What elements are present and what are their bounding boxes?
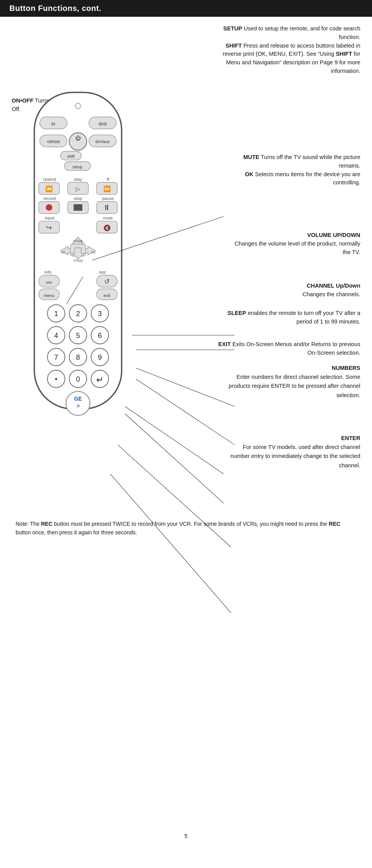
volume-label: VOLUME UP/DOWN bbox=[307, 232, 360, 238]
svg-text:5: 5 bbox=[76, 332, 80, 339]
svg-rect-31 bbox=[74, 204, 82, 211]
svg-text:pause: pause bbox=[102, 196, 114, 201]
remote-control: tv dvd ⏻ cbl/sat dvr/aux shift setup rew… bbox=[23, 87, 133, 426]
sleep-label: SLEEP bbox=[228, 310, 246, 316]
svg-text:7: 7 bbox=[54, 354, 58, 361]
svg-text:tv: tv bbox=[51, 121, 55, 127]
annotation-sleep: SLEEP enables the remote to turn off you… bbox=[212, 309, 360, 326]
annotation-exit: EXIT Exits On-Screen Menus and/or Return… bbox=[216, 340, 360, 357]
note-text1: Note: The bbox=[16, 521, 41, 527]
shift-bold2: SHIFT bbox=[336, 51, 352, 57]
annotation-numbers: NUMBERS Enter numbers for direct channel… bbox=[224, 364, 360, 400]
svg-text:dvd: dvd bbox=[99, 121, 106, 127]
svg-text:3: 3 bbox=[98, 310, 102, 318]
svg-text:info: info bbox=[46, 280, 52, 285]
note-text2: button must be pressed TWICE to record f… bbox=[53, 521, 329, 527]
svg-text:mute: mute bbox=[103, 216, 113, 220]
svg-text:⏻: ⏻ bbox=[75, 135, 81, 141]
svg-text:play: play bbox=[74, 177, 82, 182]
mute-label: MUTE bbox=[243, 154, 259, 160]
annotation-volume: VOLUME UP/DOWN Changes the volume level … bbox=[228, 231, 360, 256]
sleep-text: enables the remote to turn off your TV a… bbox=[246, 310, 360, 325]
svg-text:6: 6 bbox=[98, 332, 102, 339]
enter-label: ENTER bbox=[341, 435, 360, 441]
svg-text:⊛: ⊛ bbox=[76, 403, 80, 408]
svg-text:⏪: ⏪ bbox=[45, 185, 53, 193]
page-title: Button Functions, cont. bbox=[9, 4, 101, 12]
numbers-label: NUMBERS bbox=[332, 365, 360, 371]
svg-text:shift: shift bbox=[67, 154, 74, 159]
svg-text:8: 8 bbox=[76, 354, 80, 361]
svg-text:menu: menu bbox=[44, 293, 55, 298]
header-bar: Button Functions, cont. bbox=[0, 0, 372, 17]
svg-text:1: 1 bbox=[54, 310, 58, 318]
svg-line-88 bbox=[136, 368, 235, 406]
remote-svg: tv dvd ⏻ cbl/sat dvr/aux shift setup rew… bbox=[23, 87, 133, 425]
setup-label: SETUP bbox=[223, 25, 242, 32]
svg-text:•: • bbox=[55, 375, 57, 383]
svg-text:↵: ↵ bbox=[96, 375, 103, 385]
svg-text:9: 9 bbox=[98, 354, 102, 361]
bottom-note: Note: The REC button must be pressed TWI… bbox=[12, 520, 360, 820]
svg-text:↺: ↺ bbox=[104, 278, 110, 285]
svg-text:⏸: ⏸ bbox=[103, 203, 111, 212]
svg-text:rewind: rewind bbox=[43, 177, 56, 182]
svg-text:info: info bbox=[44, 270, 51, 274]
svg-text:🔇: 🔇 bbox=[103, 224, 111, 232]
page-number: 5 bbox=[12, 833, 360, 839]
annotation-mute: MUTE Turns off the TV sound while the pi… bbox=[232, 153, 360, 187]
svg-text:▷: ▷ bbox=[76, 186, 80, 192]
note-text3: button once, then press it again for thr… bbox=[16, 529, 137, 536]
annotation-channel: CHANNEL Up/Down Changes the channels. bbox=[228, 282, 360, 299]
ok-text: Selects menu items for the device you ar… bbox=[253, 171, 360, 186]
enter-text: For some TV models, used after direct ch… bbox=[230, 444, 360, 468]
numbers-text: Enter numbers for direct channel selecti… bbox=[229, 374, 360, 398]
svg-text:vol: vol bbox=[60, 250, 65, 254]
svg-text:0: 0 bbox=[76, 375, 80, 383]
svg-text:vol: vol bbox=[91, 250, 96, 254]
svg-text:ch/pg: ch/pg bbox=[73, 239, 83, 243]
mute-text: Turns off the TV sound while the picture… bbox=[259, 154, 360, 169]
shift-label: SHIFT bbox=[225, 42, 242, 49]
svg-text:2: 2 bbox=[76, 310, 80, 318]
svg-text:dvr/aux: dvr/aux bbox=[96, 139, 110, 144]
channel-text: Changes the channels. bbox=[303, 291, 360, 297]
svg-point-29 bbox=[46, 204, 52, 211]
setup-text: Used to setup the remote, and for code s… bbox=[242, 25, 360, 40]
note-rec-2: REC bbox=[329, 521, 340, 527]
exit-text: Exits On-Screen Menus and/or Returns to … bbox=[231, 341, 360, 356]
svg-line-91 bbox=[125, 414, 224, 503]
svg-text:record: record bbox=[43, 196, 56, 201]
svg-text:⏩: ⏩ bbox=[103, 185, 111, 193]
svg-line-89 bbox=[136, 379, 235, 445]
svg-text:stop: stop bbox=[74, 196, 82, 201]
channel-label: CHANNEL Up/Down bbox=[307, 283, 360, 289]
svg-text:GE: GE bbox=[74, 396, 82, 402]
svg-text:cbl/sat: cbl/sat bbox=[47, 139, 60, 144]
svg-text:exit: exit bbox=[103, 293, 110, 298]
annotation-setup: SETUP Used to setup the remote, and for … bbox=[220, 25, 360, 76]
note-rec-1: REC bbox=[41, 521, 53, 527]
svg-text:input: input bbox=[45, 216, 55, 220]
ok-label: OK bbox=[245, 171, 253, 177]
svg-text:4: 4 bbox=[54, 332, 58, 339]
exit-label: EXIT bbox=[218, 341, 231, 347]
svg-text:ch/pg: ch/pg bbox=[73, 258, 83, 262]
svg-line-90 bbox=[125, 407, 224, 474]
annotation-enter: ENTER For some TV models, used after dir… bbox=[228, 434, 360, 470]
svg-text:ff: ff bbox=[107, 177, 110, 182]
svg-text:last: last bbox=[99, 270, 106, 274]
volume-text: Changes the volume level of the product,… bbox=[235, 240, 360, 255]
svg-text:setup: setup bbox=[73, 164, 83, 169]
svg-text:↪: ↪ bbox=[46, 224, 52, 232]
